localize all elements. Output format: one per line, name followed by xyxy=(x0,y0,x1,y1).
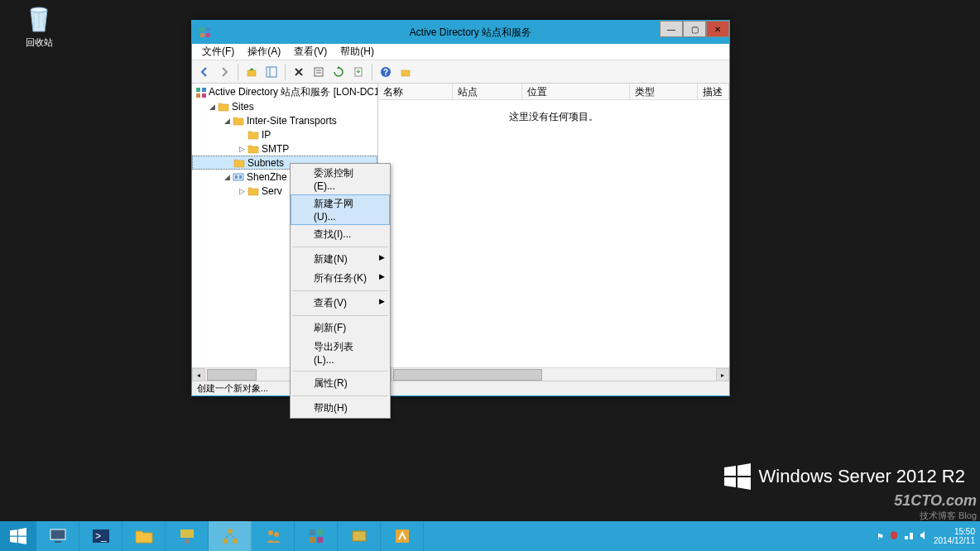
taskbar-server-manager[interactable] xyxy=(36,521,79,551)
show-hide-tree-button[interactable] xyxy=(262,63,281,81)
svg-point-30 xyxy=(233,539,238,544)
start-button[interactable] xyxy=(0,521,36,551)
svg-point-27 xyxy=(185,539,190,544)
tray-security-icon[interactable] xyxy=(889,530,899,542)
tree-inter-site-transports[interactable]: ◢ Inter-Site Transports xyxy=(192,113,377,127)
cm-view[interactable]: 查看(V)▶ xyxy=(291,294,390,313)
col-name[interactable]: 名称 xyxy=(378,84,453,99)
svg-rect-2 xyxy=(206,27,210,31)
svg-rect-17 xyxy=(196,93,200,98)
watermark-line2: 技术博客 Blog xyxy=(894,510,977,521)
expander-icon[interactable]: ◢ xyxy=(222,117,232,125)
window-title: Active Directory 站点和服务 xyxy=(212,26,729,40)
tree-smtp[interactable]: ▷ SMTP xyxy=(192,141,377,156)
taskbar-ad-domains[interactable] xyxy=(295,521,338,551)
recycle-bin-icon xyxy=(22,2,55,35)
taskbar-dns[interactable] xyxy=(166,521,209,551)
export-button[interactable] xyxy=(349,63,368,81)
menu-action[interactable]: 操作(A) xyxy=(241,43,287,60)
cm-find[interactable]: 查找(I)... xyxy=(291,225,390,244)
taskbar-ad-users[interactable] xyxy=(252,521,295,551)
toolbar: ? xyxy=(192,60,729,84)
scroll-right-icon[interactable]: ▸ xyxy=(716,368,729,381)
cm-export-list[interactable]: 导出列表(L)... xyxy=(291,338,390,368)
list-hscrollbar[interactable]: ◂ ▸ xyxy=(378,367,729,381)
list-pane: 名称 站点 位置 类型 描述 这里没有任何项目。 ◂ ▸ xyxy=(378,84,729,381)
statusbar: 创建一个新对象... xyxy=(192,381,729,395)
menu-view[interactable]: 查看(V) xyxy=(287,43,334,60)
status-text: 创建一个新对象... xyxy=(197,382,268,395)
tree-ip[interactable]: IP xyxy=(192,127,377,141)
col-location[interactable]: 位置 xyxy=(522,84,630,99)
cm-new-subnet[interactable]: 新建子网(U)... xyxy=(291,194,390,225)
col-site[interactable]: 站点 xyxy=(453,84,522,99)
properties-button[interactable] xyxy=(310,63,328,81)
scroll-left-icon[interactable]: ◂ xyxy=(192,368,205,381)
close-button[interactable]: ✕ xyxy=(706,21,729,37)
recycle-bin-label: 回收站 xyxy=(18,36,60,49)
expander-icon[interactable]: ◢ xyxy=(222,173,232,181)
taskbar-item-9[interactable] xyxy=(381,521,424,551)
taskbar: >_ ⚑ 15:50 2014/12/11 xyxy=(0,521,980,551)
taskbar-explorer[interactable] xyxy=(122,521,166,551)
tray-network-icon[interactable] xyxy=(904,530,914,542)
ad-root-icon xyxy=(195,87,207,98)
cm-refresh[interactable]: 刷新(F) xyxy=(291,319,390,338)
cm-delegate-control[interactable]: 委派控制(E)... xyxy=(291,164,390,194)
col-type[interactable]: 类型 xyxy=(630,84,698,99)
svg-text:?: ? xyxy=(383,68,388,77)
tray-volume-icon[interactable] xyxy=(919,530,929,542)
svg-rect-3 xyxy=(200,33,204,37)
menu-help[interactable]: 帮助(H) xyxy=(334,43,381,60)
tree-root[interactable]: Active Directory 站点和服务 [LON-DC1.ac xyxy=(192,85,377,99)
svg-rect-5 xyxy=(247,70,256,76)
app-icon xyxy=(199,26,212,39)
refresh-button[interactable] xyxy=(329,63,348,81)
tray-flag-icon[interactable]: ⚑ xyxy=(877,532,884,541)
list-header: 名称 站点 位置 类型 描述 xyxy=(378,84,729,100)
site-icon xyxy=(232,171,245,183)
folder-icon xyxy=(247,185,260,197)
svg-rect-4 xyxy=(206,33,210,37)
minimize-button[interactable]: — xyxy=(660,21,683,37)
delete-button[interactable] xyxy=(290,63,308,81)
cm-new[interactable]: 新建(N)▶ xyxy=(291,250,390,269)
taskbar-powershell[interactable]: >_ xyxy=(79,521,122,551)
help-button[interactable]: ? xyxy=(377,63,395,81)
cm-all-tasks[interactable]: 所有任务(K)▶ xyxy=(291,269,390,288)
recycle-bin[interactable]: 回收站 xyxy=(18,2,60,49)
expander-icon[interactable]: ◢ xyxy=(207,103,217,111)
expander-icon[interactable]: ▷ xyxy=(237,145,247,153)
forward-button[interactable] xyxy=(215,63,233,81)
tray-clock[interactable]: 15:50 2014/12/11 xyxy=(934,527,975,545)
tree-smtp-label: SMTP xyxy=(262,143,289,155)
menu-separator xyxy=(292,290,388,291)
cm-properties[interactable]: 属性(R) xyxy=(291,374,390,393)
menu-file[interactable]: 文件(F) xyxy=(195,43,241,60)
svg-rect-8 xyxy=(315,68,323,76)
back-button[interactable] xyxy=(195,63,214,81)
svg-rect-20 xyxy=(235,175,238,179)
titlebar[interactable]: Active Directory 站点和服务 — ▢ ✕ xyxy=(192,21,729,44)
svg-point-32 xyxy=(274,532,279,537)
svg-point-31 xyxy=(268,530,273,535)
menu-separator xyxy=(292,371,388,371)
folder-icon xyxy=(232,115,245,127)
menu-separator xyxy=(292,395,388,396)
svg-point-28 xyxy=(228,529,233,534)
filter-button[interactable] xyxy=(396,63,415,81)
taskbar-item-8[interactable] xyxy=(338,521,381,551)
submenu-arrow-icon: ▶ xyxy=(379,253,385,261)
tray-date: 2014/12/11 xyxy=(934,536,975,545)
watermark-line1: 51CTO.com xyxy=(894,492,977,510)
svg-rect-22 xyxy=(50,529,65,539)
maximize-button[interactable]: ▢ xyxy=(683,21,706,37)
taskbar-ad-sites[interactable] xyxy=(209,521,252,551)
ad-sites-services-window: Active Directory 站点和服务 — ▢ ✕ 文件(F) 操作(A)… xyxy=(191,20,730,396)
tree-sites[interactable]: ◢ Sites xyxy=(192,99,377,113)
svg-rect-14 xyxy=(401,70,410,76)
cm-help[interactable]: 帮助(H) xyxy=(291,399,390,418)
up-button[interactable] xyxy=(243,63,261,81)
col-desc[interactable]: 描述 xyxy=(698,84,729,99)
expander-icon[interactable]: ▷ xyxy=(237,187,247,195)
